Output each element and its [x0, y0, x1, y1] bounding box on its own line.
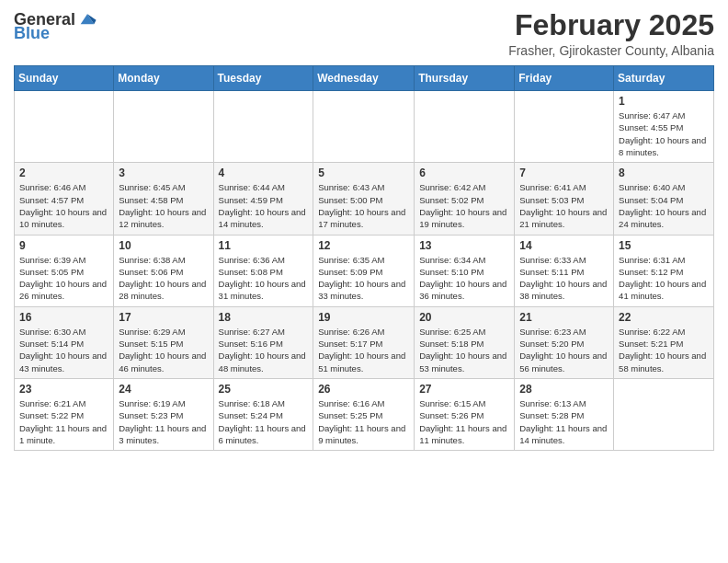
day-info: Sunrise: 6:36 AM Sunset: 5:08 PM Dayligh…	[219, 254, 309, 303]
day-info: Sunrise: 6:34 AM Sunset: 5:10 PM Dayligh…	[419, 254, 509, 303]
calendar-cell: 23Sunrise: 6:21 AM Sunset: 5:22 PM Dayli…	[15, 378, 114, 450]
calendar-cell: 10Sunrise: 6:38 AM Sunset: 5:06 PM Dayli…	[114, 235, 213, 306]
day-number: 17	[119, 311, 208, 324]
day-number: 8	[619, 167, 709, 179]
day-number: 12	[318, 239, 409, 252]
day-number: 24	[119, 383, 208, 396]
day-number: 22	[619, 311, 709, 324]
day-number: 6	[419, 167, 509, 179]
calendar-cell	[313, 91, 415, 163]
calendar-cell: 24Sunrise: 6:19 AM Sunset: 5:23 PM Dayli…	[114, 378, 213, 450]
calendar-cell: 8Sunrise: 6:40 AM Sunset: 5:04 PM Daylig…	[614, 163, 714, 235]
weekday-header-thursday: Thursday	[415, 66, 515, 91]
calendar-cell: 13Sunrise: 6:34 AM Sunset: 5:10 PM Dayli…	[415, 235, 515, 306]
day-number: 1	[619, 95, 709, 108]
calendar-cell: 20Sunrise: 6:25 AM Sunset: 5:18 PM Dayli…	[415, 306, 515, 378]
day-number: 7	[519, 167, 609, 179]
calendar-cell	[15, 91, 114, 163]
calendar-cell	[415, 91, 515, 163]
day-info: Sunrise: 6:39 AM Sunset: 5:05 PM Dayligh…	[19, 254, 108, 303]
day-number: 23	[19, 383, 108, 396]
calendar-week-row: 2Sunrise: 6:46 AM Sunset: 4:57 PM Daylig…	[15, 163, 714, 235]
calendar-cell: 26Sunrise: 6:16 AM Sunset: 5:25 PM Dayli…	[313, 378, 415, 450]
day-info: Sunrise: 6:31 AM Sunset: 5:12 PM Dayligh…	[619, 254, 709, 303]
weekday-header-tuesday: Tuesday	[213, 66, 313, 91]
calendar-cell: 21Sunrise: 6:23 AM Sunset: 5:20 PM Dayli…	[515, 306, 614, 378]
weekday-header-saturday: Saturday	[614, 66, 714, 91]
calendar-cell: 5Sunrise: 6:43 AM Sunset: 5:00 PM Daylig…	[313, 163, 415, 235]
day-number: 19	[318, 311, 409, 324]
calendar-cell: 28Sunrise: 6:13 AM Sunset: 5:28 PM Dayli…	[515, 378, 614, 450]
weekday-header-row: SundayMondayTuesdayWednesdayThursdayFrid…	[15, 66, 714, 91]
day-info: Sunrise: 6:42 AM Sunset: 5:02 PM Dayligh…	[419, 181, 509, 230]
calendar-cell	[614, 378, 714, 450]
calendar-cell: 27Sunrise: 6:15 AM Sunset: 5:26 PM Dayli…	[415, 378, 515, 450]
day-info: Sunrise: 6:22 AM Sunset: 5:21 PM Dayligh…	[619, 326, 709, 374]
day-number: 20	[419, 311, 509, 324]
day-info: Sunrise: 6:46 AM Sunset: 4:57 PM Dayligh…	[19, 181, 108, 230]
day-info: Sunrise: 6:16 AM Sunset: 5:25 PM Dayligh…	[318, 397, 409, 446]
calendar-cell: 18Sunrise: 6:27 AM Sunset: 5:16 PM Dayli…	[213, 306, 313, 378]
calendar-cell: 22Sunrise: 6:22 AM Sunset: 5:21 PM Dayli…	[614, 306, 714, 378]
calendar-cell: 2Sunrise: 6:46 AM Sunset: 4:57 PM Daylig…	[15, 163, 114, 235]
calendar-week-row: 9Sunrise: 6:39 AM Sunset: 5:05 PM Daylig…	[15, 235, 714, 306]
calendar-cell	[515, 91, 614, 163]
calendar-cell: 15Sunrise: 6:31 AM Sunset: 5:12 PM Dayli…	[614, 235, 714, 306]
day-number: 3	[119, 167, 208, 179]
logo: General Blue	[14, 9, 97, 43]
title-block: February 2025 Frasher, Gjirokaster Count…	[508, 9, 714, 58]
day-info: Sunrise: 6:23 AM Sunset: 5:20 PM Dayligh…	[519, 326, 609, 374]
calendar-cell: 7Sunrise: 6:41 AM Sunset: 5:03 PM Daylig…	[515, 163, 614, 235]
day-info: Sunrise: 6:26 AM Sunset: 5:17 PM Dayligh…	[318, 326, 409, 374]
calendar-week-row: 23Sunrise: 6:21 AM Sunset: 5:22 PM Dayli…	[15, 378, 714, 450]
day-number: 13	[419, 239, 509, 252]
day-info: Sunrise: 6:45 AM Sunset: 4:58 PM Dayligh…	[119, 181, 208, 230]
calendar-cell: 17Sunrise: 6:29 AM Sunset: 5:15 PM Dayli…	[114, 306, 213, 378]
calendar-cell: 12Sunrise: 6:35 AM Sunset: 5:09 PM Dayli…	[313, 235, 415, 306]
calendar-table: SundayMondayTuesdayWednesdayThursdayFrid…	[14, 65, 714, 451]
day-number: 16	[19, 311, 108, 324]
day-info: Sunrise: 6:19 AM Sunset: 5:23 PM Dayligh…	[119, 397, 208, 446]
day-info: Sunrise: 6:13 AM Sunset: 5:28 PM Dayligh…	[519, 397, 609, 446]
day-number: 26	[318, 383, 409, 396]
day-info: Sunrise: 6:33 AM Sunset: 5:11 PM Dayligh…	[519, 254, 609, 303]
day-number: 18	[219, 311, 309, 324]
calendar-cell: 19Sunrise: 6:26 AM Sunset: 5:17 PM Dayli…	[313, 306, 415, 378]
day-info: Sunrise: 6:43 AM Sunset: 5:00 PM Dayligh…	[318, 181, 409, 230]
day-number: 25	[219, 383, 309, 396]
calendar-cell: 9Sunrise: 6:39 AM Sunset: 5:05 PM Daylig…	[15, 235, 114, 306]
logo-blue: Blue	[14, 24, 50, 43]
day-number: 27	[419, 383, 509, 396]
day-info: Sunrise: 6:35 AM Sunset: 5:09 PM Dayligh…	[318, 254, 409, 303]
calendar-cell	[213, 91, 313, 163]
calendar-cell: 25Sunrise: 6:18 AM Sunset: 5:24 PM Dayli…	[213, 378, 313, 450]
day-number: 10	[119, 239, 208, 252]
day-info: Sunrise: 6:41 AM Sunset: 5:03 PM Dayligh…	[519, 181, 609, 230]
weekday-header-wednesday: Wednesday	[313, 66, 415, 91]
day-info: Sunrise: 6:38 AM Sunset: 5:06 PM Dayligh…	[119, 254, 208, 303]
calendar-cell	[114, 91, 213, 163]
calendar-week-row: 16Sunrise: 6:30 AM Sunset: 5:14 PM Dayli…	[15, 306, 714, 378]
day-number: 14	[519, 239, 609, 252]
calendar-week-row: 1Sunrise: 6:47 AM Sunset: 4:55 PM Daylig…	[15, 91, 714, 163]
day-number: 9	[19, 239, 108, 252]
day-number: 21	[519, 311, 609, 324]
day-info: Sunrise: 6:27 AM Sunset: 5:16 PM Dayligh…	[219, 326, 309, 374]
calendar-cell: 16Sunrise: 6:30 AM Sunset: 5:14 PM Dayli…	[15, 306, 114, 378]
day-info: Sunrise: 6:47 AM Sunset: 4:55 PM Dayligh…	[619, 109, 709, 158]
day-info: Sunrise: 6:21 AM Sunset: 5:22 PM Dayligh…	[19, 397, 108, 446]
day-info: Sunrise: 6:15 AM Sunset: 5:26 PM Dayligh…	[419, 397, 509, 446]
day-info: Sunrise: 6:44 AM Sunset: 4:59 PM Dayligh…	[219, 181, 309, 230]
weekday-header-monday: Monday	[114, 66, 213, 91]
day-number: 28	[519, 383, 609, 396]
day-info: Sunrise: 6:30 AM Sunset: 5:14 PM Dayligh…	[19, 326, 108, 374]
page-header: General Blue February 2025 Frasher, Gjir…	[14, 9, 714, 58]
location-title: Frasher, Gjirokaster County, Albania	[508, 43, 714, 58]
day-number: 5	[318, 167, 409, 179]
day-number: 4	[219, 167, 309, 179]
weekday-header-sunday: Sunday	[15, 66, 114, 91]
day-info: Sunrise: 6:29 AM Sunset: 5:15 PM Dayligh…	[119, 326, 208, 374]
day-info: Sunrise: 6:18 AM Sunset: 5:24 PM Dayligh…	[219, 397, 309, 446]
weekday-header-friday: Friday	[515, 66, 614, 91]
logo-icon	[77, 9, 97, 29]
